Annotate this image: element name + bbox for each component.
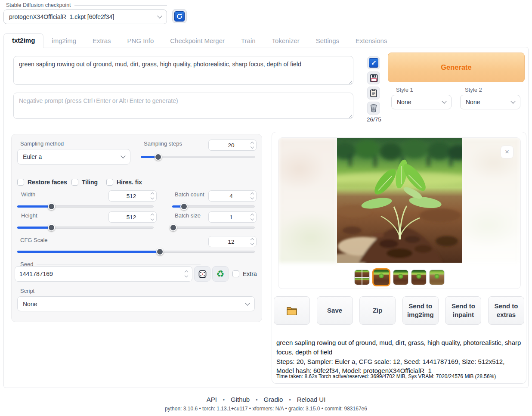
tab-txt2img[interactable]: txt2img: [3, 33, 43, 48]
footer-link-gradio[interactable]: Gradio: [263, 396, 283, 403]
close-image-button[interactable]: ×: [501, 146, 513, 158]
zip-button[interactable]: Zip: [359, 296, 396, 325]
slider-handle[interactable]: [156, 248, 164, 255]
thumbnail[interactable]: [411, 270, 427, 285]
sampling-steps-slider[interactable]: [141, 153, 255, 160]
prompt-field-wrap: green sapling rowing out of ground, mud,…: [13, 56, 353, 85]
checkbox-box[interactable]: [71, 179, 78, 186]
tiling-checkbox[interactable]: Tiling: [71, 179, 98, 186]
tab-settings[interactable]: Settings: [308, 34, 347, 47]
height-input[interactable]: 512: [108, 211, 157, 223]
stepper-arrows[interactable]: [185, 271, 188, 277]
stepper-arrows[interactable]: [251, 214, 254, 220]
width-slider[interactable]: [17, 203, 154, 210]
save-button[interactable]: Save: [317, 296, 353, 325]
open-folder-button[interactable]: [274, 296, 310, 325]
tab-tokenizer[interactable]: Tokenizer: [264, 34, 308, 47]
checkpoint-value: protogenX34OfficialR_1.ckpt [60fe2f34]: [9, 13, 158, 20]
batch-count-slider[interactable]: [172, 203, 255, 210]
slider-handle[interactable]: [180, 203, 188, 210]
refresh-icon: [174, 11, 185, 22]
negative-prompt-input[interactable]: [13, 93, 353, 119]
blurred-preview-left: [278, 138, 337, 263]
chevron-down-icon: [510, 99, 515, 103]
reuse-seed-button[interactable]: ♻: [212, 266, 229, 282]
seed-input[interactable]: 1441787169: [15, 266, 192, 282]
thumbnail-grid[interactable]: [354, 270, 370, 285]
thumbnail[interactable]: [429, 270, 445, 285]
restore-faces-checkbox[interactable]: Restore faces: [17, 179, 67, 186]
send-to-inpaint-button[interactable]: Send to inpaint: [445, 296, 481, 325]
tab-checkpoint-merger[interactable]: Checkpoint Merger: [162, 34, 233, 47]
slider-handle[interactable]: [170, 224, 177, 231]
stepper-arrows[interactable]: [251, 193, 254, 199]
checkbox-box[interactable]: [106, 179, 113, 186]
info-params: Steps: 20, Sampler: Euler a, CFG scale: …: [276, 357, 522, 376]
refresh-checkpoints-button[interactable]: [172, 9, 187, 23]
batch-count-value: 4: [211, 193, 251, 199]
style1-dropdown[interactable]: None: [391, 95, 452, 109]
chevron-down-icon: [121, 153, 125, 158]
send-to-img2img-button[interactable]: Send to img2img: [402, 296, 439, 325]
style2-dropdown[interactable]: None: [460, 95, 520, 109]
save-style-button[interactable]: [367, 71, 380, 84]
sampling-steps-input[interactable]: 20: [208, 140, 257, 151]
cfg-scale-slider[interactable]: [17, 248, 255, 255]
tab-train[interactable]: Train: [233, 34, 264, 47]
extra-seed-checkbox[interactable]: Extra: [232, 270, 257, 277]
tab-png-info[interactable]: PNG Info: [119, 34, 162, 47]
random-seed-button[interactable]: [194, 266, 210, 282]
checkpoint-selector: Stable Diffusion checkpoint protogenX34O…: [3, 2, 167, 24]
stepper-arrows[interactable]: [251, 142, 254, 148]
paste-params-button[interactable]: [367, 56, 380, 69]
footer-link-api[interactable]: API: [207, 396, 217, 403]
stepper-arrows[interactable]: [151, 193, 154, 199]
stepper-arrows[interactable]: [251, 239, 254, 245]
checkpoint-dropdown[interactable]: protogenX34OfficialR_1.ckpt [60fe2f34]: [3, 9, 167, 24]
batch-count-label: Batch count: [175, 191, 204, 198]
generate-button[interactable]: Generate: [388, 53, 525, 82]
output-panel: ×: [272, 132, 526, 384]
width-input[interactable]: 512: [108, 190, 157, 202]
thumbnail[interactable]: [393, 270, 408, 285]
apply-style-icon: [370, 89, 377, 97]
cfg-scale-input[interactable]: 12: [208, 236, 257, 247]
footer-link-github[interactable]: Github: [231, 396, 250, 403]
folder-icon: [286, 306, 297, 315]
batch-size-slider[interactable]: [172, 224, 255, 231]
tab-img2img[interactable]: img2img: [43, 34, 84, 47]
extra-label: Extra: [243, 270, 257, 277]
generation-info: green sapling rowing out of ground, mud,…: [276, 338, 522, 376]
sampling-steps-label: Sampling steps: [144, 140, 182, 147]
output-buttons-row: Save Zip Send to img2img Send to inpaint…: [274, 296, 524, 325]
stepper-arrows[interactable]: [151, 214, 154, 220]
thumbnail-selected[interactable]: [372, 268, 390, 286]
slider-handle[interactable]: [48, 224, 55, 231]
height-slider[interactable]: [17, 224, 154, 231]
tab-extras[interactable]: Extras: [84, 34, 119, 47]
apply-style-button[interactable]: [367, 87, 380, 99]
generated-image[interactable]: [337, 138, 462, 263]
paste-params-icon: [369, 58, 378, 68]
send-to-extras-button[interactable]: Send to extras: [488, 296, 524, 325]
batch-size-input[interactable]: 1: [208, 211, 257, 223]
hires-fix-checkbox[interactable]: Hires. fix: [106, 179, 142, 186]
slider-handle[interactable]: [155, 153, 162, 161]
tab-extensions[interactable]: Extensions: [347, 34, 395, 47]
script-dropdown[interactable]: None: [17, 296, 255, 311]
main-tabs: txt2img img2img Extras PNG Info Checkpoi…: [3, 33, 395, 47]
sampling-method-dropdown[interactable]: Euler a: [17, 149, 130, 165]
token-counter: 26/75: [365, 116, 384, 123]
prompt-input[interactable]: green sapling rowing out of ground, mud,…: [13, 56, 353, 85]
batch-count-input[interactable]: 4: [208, 190, 257, 202]
height-label: Height: [21, 212, 37, 219]
checkbox-box[interactable]: [17, 179, 24, 186]
footer-env-info: python: 3.10.6 • torch: 1.13.1+cu117 • x…: [0, 406, 532, 412]
clear-prompt-button[interactable]: [367, 102, 380, 115]
generation-settings-panel: Sampling method Euler a Sampling steps 2…: [11, 134, 262, 322]
checkbox-box[interactable]: [232, 270, 239, 277]
footer-link-reload-ui[interactable]: Reload UI: [297, 396, 326, 403]
thumbnail-gallery: [278, 268, 520, 286]
slider-handle[interactable]: [48, 203, 55, 210]
close-icon: ×: [505, 148, 509, 156]
